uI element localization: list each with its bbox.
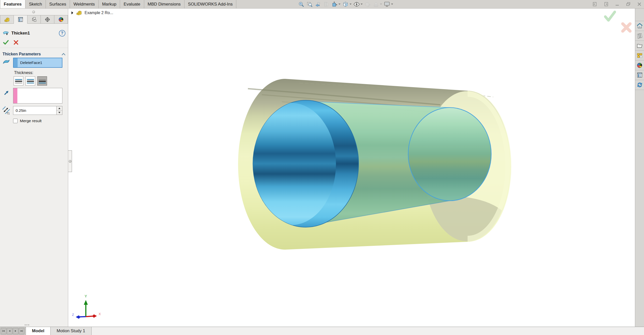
spin-down-button[interactable] [57, 111, 62, 115]
tab-markup[interactable]: Markup [99, 0, 120, 8]
view-orientation-button[interactable] [331, 1, 338, 8]
zoom-to-fit-icon [298, 1, 304, 7]
collapse-chevron-icon[interactable] [62, 53, 65, 55]
forum-button[interactable] [635, 80, 644, 90]
spin-up-button[interactable] [57, 106, 62, 111]
first-tab-button[interactable] [1, 328, 6, 334]
tab-configuration-manager[interactable] [27, 15, 41, 24]
direction-active-strip [13, 88, 17, 103]
view-settings-caret[interactable] [391, 4, 393, 5]
thicken-parameters-header[interactable]: Thicken Parameters [3, 51, 65, 57]
tab-property-manager[interactable] [14, 15, 27, 24]
display-style-caret[interactable] [350, 4, 352, 5]
zoom-to-area-button[interactable] [306, 1, 313, 8]
first-tab-icon [2, 329, 5, 332]
next-tab-icon [14, 329, 17, 332]
design-library-button[interactable] [635, 31, 644, 41]
custom-properties-icon [637, 72, 643, 78]
spin-down-icon [58, 112, 60, 113]
merge-result-row: Merge result [13, 119, 42, 123]
confirmation-ok-button[interactable] [604, 10, 616, 22]
tab-display-manager[interactable] [54, 15, 68, 24]
thickness-option-buttons [14, 76, 47, 86]
display-style-icon [343, 1, 349, 7]
prev-tab-icon [8, 329, 11, 332]
tree-expand-arrow-icon[interactable] [71, 11, 73, 15]
file-explorer-button[interactable] [635, 41, 644, 51]
thickness-value-input[interactable] [13, 106, 56, 115]
ribbon-tabs: Features Sketch Surfaces Weldments Marku… [0, 0, 236, 8]
collapse-pane-left-button[interactable] [592, 2, 597, 7]
tab-sketch[interactable]: Sketch [25, 0, 46, 8]
merge-result-label: Merge result [20, 119, 42, 123]
tab-features[interactable]: Features [0, 0, 25, 8]
property-manager-icon [18, 17, 23, 22]
tab-mbd-dimensions[interactable]: MBD Dimensions [144, 0, 184, 8]
previous-view-button[interactable] [314, 1, 321, 8]
hide-show-items-button[interactable] [353, 1, 360, 8]
view-settings-button[interactable] [384, 1, 390, 8]
solidworks-window: Features Sketch Surfaces Weldments Marku… [0, 0, 644, 335]
tab-evaluate[interactable]: Evaluate [120, 0, 144, 8]
direction-selection-box[interactable] [13, 88, 62, 104]
zoom-to-fit-button[interactable] [298, 1, 305, 8]
help-button[interactable]: ? [59, 30, 65, 37]
confirmation-cancel-button[interactable] [621, 22, 632, 33]
triad-z-label: Z [72, 313, 74, 317]
edit-appearance-icon [365, 1, 371, 7]
prev-tab-button[interactable] [7, 328, 12, 334]
appearances-button[interactable] [635, 60, 644, 70]
view-settings-icon [384, 1, 390, 7]
minimize-icon [615, 2, 619, 6]
flyout-feature-tree: Example 2 Ro... [71, 10, 113, 16]
tab-model[interactable]: Model [26, 327, 51, 335]
display-style-button[interactable] [342, 1, 349, 8]
tab-motion-study-1[interactable]: Motion Study 1 [51, 327, 91, 335]
restore-icon [626, 2, 631, 7]
task-pane-bar [635, 8, 644, 327]
tree-item-label[interactable]: Example 2 Ro... [85, 11, 113, 15]
tab-solidworks-addins[interactable]: SOLIDWORKS Add-Ins [184, 0, 237, 8]
tab-surfaces[interactable]: Surfaces [46, 0, 70, 8]
view-orientation-caret[interactable] [338, 4, 340, 5]
thicken-side1-button[interactable] [14, 76, 23, 86]
status-bar: Model Motion Study 1 [0, 327, 644, 335]
tab-weldments[interactable]: Weldments [70, 0, 99, 8]
last-tab-button[interactable] [19, 328, 24, 334]
study-tabs: Model Motion Study 1 [26, 327, 92, 335]
restore-button[interactable] [626, 2, 631, 7]
tab-feature-manager[interactable] [0, 15, 14, 24]
hide-show-items-caret[interactable] [361, 4, 363, 5]
t1-tag: T1 [7, 112, 10, 115]
ok-button[interactable] [3, 39, 9, 45]
spinner-buttons [56, 106, 62, 115]
model-3d-view[interactable] [68, 8, 635, 327]
thickness-spinbox [13, 106, 62, 115]
selection-list-box[interactable]: DeleteFace1 [13, 58, 62, 68]
manager-tab-strip [0, 15, 68, 24]
next-tab-button[interactable] [13, 328, 18, 334]
panel-splitter-dots[interactable] [25, 324, 29, 325]
panel-drag-handle[interactable] [32, 11, 35, 13]
thicken-side2-button[interactable] [37, 76, 47, 86]
custom-properties-button[interactable] [635, 70, 644, 80]
merge-result-checkbox[interactable] [13, 119, 18, 123]
selection-item[interactable]: DeleteFace1 [18, 58, 62, 67]
thicken-both-sides-button[interactable] [25, 76, 35, 86]
tab-dimxpert-manager[interactable] [41, 15, 54, 24]
hide-show-items-icon [353, 1, 360, 8]
task-pane-home-button[interactable] [635, 21, 644, 31]
view-palette-icon [636, 52, 643, 59]
panel-splitter-handle[interactable] [68, 150, 72, 172]
view-palette-button[interactable] [635, 51, 644, 60]
direction-arrow-icon [4, 89, 10, 96]
cancel-button[interactable] [13, 40, 19, 45]
minimize-button[interactable] [615, 2, 619, 6]
feature-manager-icon [4, 17, 10, 22]
property-manager-panel: Thicken1 ? Thicken Parameters DeleteFace… [0, 8, 68, 327]
collapse-pane-right-button[interactable] [604, 2, 609, 7]
window-controls [592, 0, 641, 8]
model-inner-end-face[interactable] [408, 108, 491, 201]
close-button[interactable] [637, 2, 641, 6]
graphics-viewport[interactable]: Example 2 Ro... Y X Z [68, 8, 635, 327]
